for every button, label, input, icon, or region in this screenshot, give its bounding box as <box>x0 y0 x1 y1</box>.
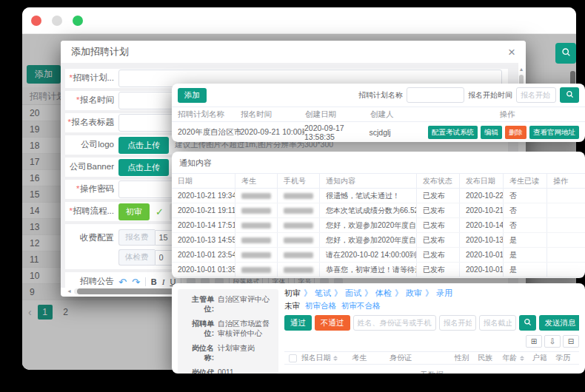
column-header: 民族 <box>478 353 502 363</box>
step-separator: 》 <box>395 288 403 299</box>
configure-exam-system-button[interactable]: 配置考试系统 <box>428 126 478 139</box>
signup-time-cell: 2020-09-21 10:00到2020... <box>241 127 304 138</box>
filter-passed[interactable]: 初审合格 <box>305 301 336 311</box>
start-time-filter-input[interactable] <box>516 87 556 103</box>
column-header: 户籍 <box>532 353 556 363</box>
signup-start-input[interactable] <box>439 315 476 331</box>
info-row: 岗位名称: 计划审查岗 <box>184 343 273 362</box>
read-cell: 否 <box>504 189 547 203</box>
column-header: 创建日期 <box>305 109 370 120</box>
action-cell <box>547 218 585 232</box>
delete-button[interactable]: 删除 <box>505 126 526 139</box>
required-mark: * <box>76 95 79 104</box>
column-header: 操作 <box>429 109 585 120</box>
info-row: 招聘单位: 自治区市场监督审核评价中心 <box>184 319 273 338</box>
column-header: 操作 <box>547 174 585 188</box>
redacted-name <box>235 218 278 232</box>
print-icon[interactable]: ⊟ <box>563 335 579 348</box>
upload-banner-button[interactable]: 点击上传 <box>118 159 169 176</box>
redacted-name <box>235 189 278 203</box>
undo-icon[interactable]: ↶ <box>118 277 127 288</box>
notification-row[interactable]: 2020-10-21 19:34:38 很遗憾，笔试未通过！ 已发布 2020-… <box>172 189 585 203</box>
signup-time-label: 报名时间 <box>80 95 114 104</box>
announcement-label: 招聘公告 <box>65 277 118 287</box>
step-political-review[interactable]: 政审 <box>406 288 422 299</box>
column-header: 日期 <box>172 174 235 188</box>
view-site-url-button[interactable]: 查看官网地址 <box>529 126 579 139</box>
fee-config-label: 收费配置 <box>65 227 118 243</box>
search-button[interactable] <box>555 43 576 64</box>
column-header: 考生 <box>352 353 390 363</box>
action-cell <box>547 233 585 247</box>
step-written-exam[interactable]: 笔试 <box>315 288 331 299</box>
publish-date-cell: 2020-10-22 ... <box>460 189 504 203</box>
plan-table-header: 招聘计划名称 报名时间 创建日期 创建人 操作 <box>172 107 585 122</box>
scroll-left-icon[interactable]: ◄ <box>67 288 72 294</box>
maximize-dot-icon[interactable] <box>73 16 83 26</box>
send-message-button[interactable]: 发送消息 <box>539 315 580 331</box>
search-button[interactable] <box>560 87 579 103</box>
info-value: 自治区市场监督审核评价中心 <box>218 319 273 338</box>
notification-row[interactable]: 2020-10-14 17:51:16 您好，欢迎参加2020年度自治区市场..… <box>172 218 585 233</box>
required-mark: * <box>69 206 72 215</box>
publish-date-cell: 2020-10-21 ... <box>460 203 504 217</box>
notification-row[interactable]: 2020-10-21 19:11:40 您本次笔试成绩分数为66.52分 已发布… <box>172 203 585 218</box>
edit-button[interactable]: 编辑 <box>481 126 502 139</box>
signup-end-input[interactable] <box>479 315 516 331</box>
action-cell <box>547 263 585 277</box>
minimize-dot-icon[interactable] <box>52 16 62 26</box>
upload-logo-button[interactable]: 点击上传 <box>118 137 169 154</box>
column-settings-icon[interactable]: ⊞ <box>526 335 542 348</box>
read-cell: 否 <box>504 203 547 217</box>
notification-row[interactable]: 2020-10-01 01:35:03 恭喜您，初审通过！请等待进一步通知 已发… <box>172 263 585 277</box>
add-plan-button[interactable]: 添加 <box>178 88 207 103</box>
content-cell: 很遗憾，笔试未通过！ <box>320 189 417 203</box>
step-hired[interactable]: 录用 <box>436 288 452 299</box>
required-mark: * <box>67 118 70 126</box>
notification-row[interactable]: 2020-10-13 14:55:54 您好，欢迎参加2020年度自治区市场..… <box>172 233 585 248</box>
scroll-up-icon[interactable]: ▴ <box>518 66 524 72</box>
redacted-phone <box>278 189 320 203</box>
step-medical-exam[interactable]: 体检 <box>375 288 392 299</box>
redacted-phone <box>278 263 320 277</box>
screen: 添加 招聘计划名称 20 19 18 17 16 15 14 13 12 11 … <box>0 0 585 392</box>
notification-panel: 通知内容 日期 考生 手机号 通知内容 发布状态 发布日期 考生已读 操作 20… <box>172 152 585 278</box>
filter-unreviewed[interactable]: 未审 <box>284 301 300 311</box>
read-cell: 是 <box>504 263 547 277</box>
close-dot-icon[interactable] <box>31 16 41 26</box>
start-time-filter-label: 报名开始时间 <box>468 90 512 101</box>
step-interview[interactable]: 面试 <box>345 288 361 299</box>
date-cell: 2020-10-01 23:54:58 <box>172 248 235 262</box>
review-main: 初审 》 笔试 》 面试 》 体检 》 政审 》 录用 未审 初审合格 初审不合… <box>284 288 579 374</box>
redo-icon[interactable]: ↷ <box>132 277 140 288</box>
date-cell: 2020-10-21 19:11:40 <box>172 203 235 217</box>
step-separator: 》 <box>425 288 433 299</box>
status-cell: 已发布 <box>417 189 460 203</box>
filter-failed[interactable]: 初审不合格 <box>341 301 381 311</box>
date-cell: 2020-10-01 01:35:03 <box>172 263 235 277</box>
candidate-search-input[interactable] <box>353 315 436 331</box>
notification-row[interactable]: 2020-10-01 23:54:58 请在2020-10-02 14:00:0… <box>172 248 585 263</box>
action-cell <box>547 203 585 217</box>
pass-button[interactable]: 通过 <box>284 315 312 331</box>
italic-button[interactable]: I <box>162 277 165 286</box>
publish-date-cell: 2020-10-01 ... <box>460 248 504 262</box>
candidates-table-header: 报名日期 考生 身份证 性别 民族 年龄 户籍 学历 <box>284 351 579 365</box>
content-cell: 恭喜您，初审通过！请等待进一步通知 <box>320 263 417 277</box>
search-icon <box>566 89 574 101</box>
sort-icon[interactable] <box>333 356 338 361</box>
plan-table-row[interactable]: 2020年度自治区市场监... 2020-09-21 10:00到2020...… <box>172 122 585 142</box>
bold-button[interactable]: B <box>151 277 157 286</box>
sort-icon[interactable] <box>520 356 524 361</box>
table-tools: ⊞ ⇩ ⊟ <box>284 335 579 348</box>
fail-button[interactable]: 不通过 <box>315 315 350 331</box>
process-step-first-review-button[interactable]: 初审 <box>118 203 150 220</box>
export-icon[interactable]: ⇩ <box>544 335 561 348</box>
status-cell: 已发布 <box>417 233 460 247</box>
medical-fee-label: 体检费 <box>118 249 155 266</box>
close-icon[interactable]: × <box>508 46 515 58</box>
select-all-checkbox[interactable] <box>289 354 297 362</box>
step-first-review[interactable]: 初审 <box>284 288 301 299</box>
search-button[interactable] <box>519 315 536 331</box>
plan-name-filter-input[interactable] <box>407 87 464 103</box>
